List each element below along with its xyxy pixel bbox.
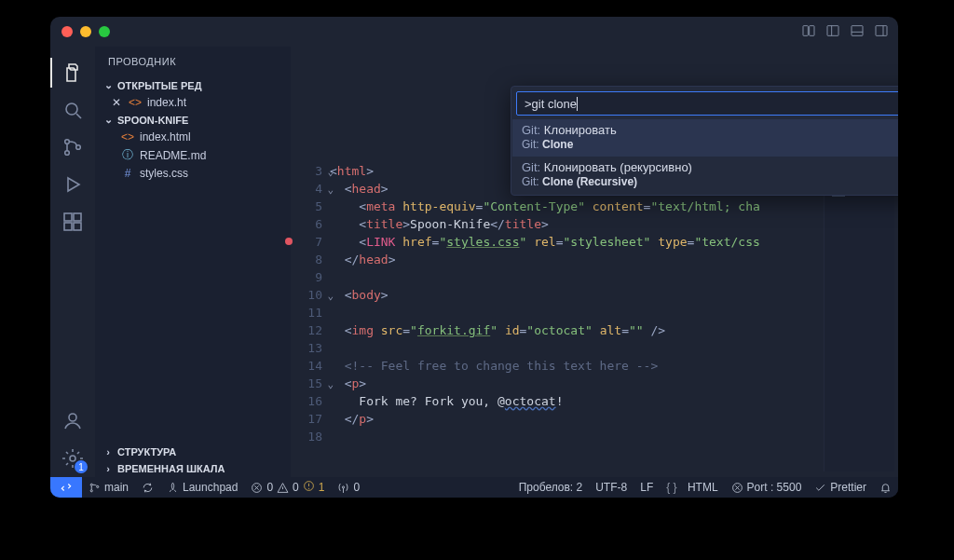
svg-rect-2 xyxy=(827,26,838,36)
section-open-editors[interactable]: ⌄ОТКРЫТЫЕ РЕД xyxy=(95,76,291,94)
svg-rect-15 xyxy=(74,213,81,221)
remote-indicator[interactable] xyxy=(50,477,82,498)
sidebar: ПРОВОДНИК ⌄ОТКРЫТЫЕ РЕД ✕ <> index.ht ⌄S… xyxy=(95,47,291,477)
section-timeline[interactable]: ›ВРЕМЕННАЯ ШКАЛА xyxy=(95,460,291,477)
section-workspace[interactable]: ⌄SPOON-KNIFE xyxy=(95,111,291,129)
explorer-icon[interactable] xyxy=(50,54,95,91)
prettier-indicator[interactable]: Prettier xyxy=(808,481,873,494)
activity-bar: 1 xyxy=(50,47,95,477)
vscode-window: 1 ПРОВОДНИК ⌄ОТКРЫТЫЕ РЕД ✕ <> index.ht … xyxy=(50,17,898,498)
svg-rect-6 xyxy=(876,26,887,36)
info-count: 1 xyxy=(319,481,325,494)
svg-rect-4 xyxy=(852,26,863,36)
encoding-indicator[interactable]: UTF-8 xyxy=(589,481,634,494)
file-name: styles.css xyxy=(140,167,188,180)
git-branch-name: main xyxy=(104,481,129,494)
svg-line-9 xyxy=(76,114,81,118)
eol-label: LF xyxy=(640,481,653,494)
titlebar-layout-icons xyxy=(801,23,889,38)
close-icon[interactable]: ✕ xyxy=(110,96,123,109)
svg-point-19 xyxy=(70,456,75,461)
code-editor[interactable]: 3⌄4⌄5678910⌄1112131415⌄161718 <html> <he… xyxy=(291,162,898,477)
titlebar xyxy=(50,17,898,47)
palette-item[interactable]: Git: Клонировать (рекурсивно)Git: Clone … xyxy=(512,157,898,194)
command-palette-input[interactable]: >git clone xyxy=(516,91,898,116)
sync-button[interactable] xyxy=(135,482,160,494)
md-file-icon: ⓘ xyxy=(121,147,134,163)
section-outline-label: СТРУКТУРА xyxy=(117,446,176,458)
launchpad-label: Launchpad xyxy=(183,481,238,494)
zoom-window-button[interactable] xyxy=(99,26,110,37)
minimize-window-button[interactable] xyxy=(80,26,91,37)
warnings-count: 0 xyxy=(293,481,299,494)
section-outline[interactable]: ›СТРУКТУРА xyxy=(95,444,291,460)
svg-rect-17 xyxy=(74,223,81,230)
spaces-label: Пробелов: 2 xyxy=(519,481,583,494)
status-bar: main Launchpad 0 0 1 0 Пробелов: 2 UTF-8… xyxy=(50,477,898,498)
palette-item[interactable]: Git: КлонироватьGit: Clone xyxy=(512,119,898,157)
section-timeline-label: ВРЕМЕННАЯ ШКАЛА xyxy=(117,463,225,474)
notifications-icon[interactable] xyxy=(873,482,898,494)
traffic-lights xyxy=(61,26,110,37)
html-file-icon: <> xyxy=(129,96,142,109)
svg-point-41 xyxy=(343,485,345,487)
settings-badge: 1 xyxy=(75,460,88,473)
spaces-indicator[interactable]: Пробелов: 2 xyxy=(512,481,590,494)
encoding-label: UTF-8 xyxy=(595,481,627,494)
settings-gear-icon[interactable]: 1 xyxy=(50,440,95,477)
errors-count: 0 xyxy=(266,481,273,494)
code-content[interactable]: <html> <head> <meta http-equiv="Content-… xyxy=(330,162,898,477)
svg-point-11 xyxy=(65,151,70,156)
svg-rect-16 xyxy=(64,223,72,230)
problems-indicator[interactable]: 0 0 1 xyxy=(244,480,331,495)
svg-point-31 xyxy=(90,484,92,485)
language-label: HTML xyxy=(688,481,718,494)
run-debug-icon[interactable] xyxy=(50,166,95,203)
section-open-editors-label: ОТКРЫТЫЕ РЕД xyxy=(117,80,202,91)
css-file-icon: # xyxy=(121,167,134,180)
launchpad-item[interactable]: Launchpad xyxy=(160,481,244,494)
svg-point-8 xyxy=(66,103,77,115)
extensions-icon[interactable] xyxy=(50,203,95,240)
file-name: index.html xyxy=(140,130,191,143)
file-tree-item[interactable]: #styles.css xyxy=(95,165,291,182)
search-icon[interactable] xyxy=(50,91,95,129)
open-editor-file-name: index.ht xyxy=(147,96,186,109)
svg-point-40 xyxy=(308,488,309,489)
svg-point-33 xyxy=(97,485,99,487)
sidebar-title: ПРОВОДНИК xyxy=(95,47,291,76)
live-server-indicator[interactable]: Port : 5500 xyxy=(725,481,809,494)
html-file-icon: <> xyxy=(121,130,134,143)
port-label: Port : 5500 xyxy=(747,481,802,494)
source-control-icon[interactable] xyxy=(50,129,95,166)
editor-area: 3⌄4⌄5678910⌄1112131415⌄161718 <html> <he… xyxy=(291,47,898,477)
svg-rect-14 xyxy=(64,213,72,221)
panel-bottom-icon[interactable] xyxy=(850,23,865,38)
panel-icon[interactable] xyxy=(825,23,840,38)
eol-indicator[interactable]: LF xyxy=(634,481,660,494)
svg-rect-1 xyxy=(810,26,814,36)
layout-icon[interactable] xyxy=(801,23,816,38)
svg-point-18 xyxy=(69,414,76,421)
open-editor-item[interactable]: ✕ <> index.ht xyxy=(95,94,291,111)
file-tree-item[interactable]: ⓘREADME.md xyxy=(95,145,291,165)
radio-tower-item[interactable]: 0 xyxy=(331,481,366,494)
language-mode-indicator[interactable]: { } HTML xyxy=(660,481,724,494)
accounts-icon[interactable] xyxy=(50,403,95,440)
file-tree-item[interactable]: <>index.html xyxy=(95,129,291,145)
command-palette-query: >git clone xyxy=(525,97,577,111)
prettier-label: Prettier xyxy=(830,481,866,494)
git-branch-indicator[interactable]: main xyxy=(82,481,135,494)
svg-point-10 xyxy=(65,140,70,144)
panel-right-icon[interactable] xyxy=(874,23,889,38)
svg-marker-13 xyxy=(68,178,79,191)
close-window-button[interactable] xyxy=(61,26,73,37)
svg-rect-0 xyxy=(803,26,808,36)
section-workspace-label: SPOON-KNIFE xyxy=(117,115,188,126)
svg-point-32 xyxy=(90,489,92,491)
svg-point-12 xyxy=(76,145,81,150)
command-palette: >git clone Git: КлонироватьGit: CloneGit… xyxy=(511,86,898,196)
line-gutter: 3⌄4⌄5678910⌄1112131415⌄161718 xyxy=(291,162,330,477)
file-name: README.md xyxy=(140,149,206,162)
